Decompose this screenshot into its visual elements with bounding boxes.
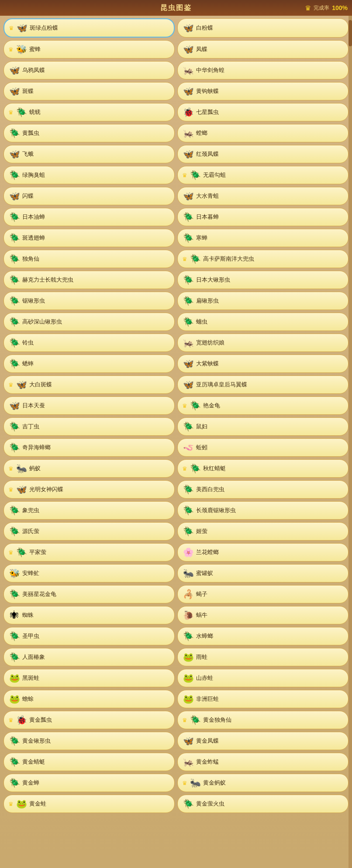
insect-card[interactable]: ♛🐞黄金瓢虫 xyxy=(3,711,175,729)
insect-card[interactable]: 🌸兰花螳螂 xyxy=(177,543,349,561)
insect-icon: 🌸 xyxy=(182,546,194,558)
insect-card[interactable]: 🐜蜜罐蚁 xyxy=(177,564,349,582)
insect-card[interactable]: 🪲日本油蝉 xyxy=(3,208,175,226)
insect-name: 蜜罐蚁 xyxy=(196,569,344,577)
insect-card[interactable]: 🪲日本大锹形虫 xyxy=(177,271,349,289)
insect-card[interactable]: 🦗中华剑角蝗 xyxy=(177,61,349,79)
insect-card[interactable]: 🪲独角仙 xyxy=(3,250,175,268)
insect-card[interactable]: 🦋斑蝶 xyxy=(3,82,175,100)
insect-card[interactable]: 🐸雨蛙 xyxy=(177,648,349,666)
insect-card[interactable]: 🪲黄金锹形虫 xyxy=(3,732,175,750)
insect-card[interactable]: 🐌蜗牛 xyxy=(177,606,349,624)
insect-card[interactable]: 🦗黄金蚱蜢 xyxy=(177,753,349,771)
insect-name: 闪蝶 xyxy=(22,192,170,200)
insect-card[interactable]: 🪲扁锹形虫 xyxy=(177,292,349,310)
insect-name: 七星瓢虫 xyxy=(196,108,344,116)
insect-card[interactable]: 🪲黄金萤火虫 xyxy=(177,795,349,813)
insect-card[interactable]: 🪲绿胸臭蛆 xyxy=(3,166,175,184)
insect-card[interactable]: 🪲锯锹形虫 xyxy=(3,292,175,310)
insect-icon: 🪲 xyxy=(8,169,21,181)
insect-card[interactable]: 🪲姬萤 xyxy=(177,522,349,541)
insect-card[interactable]: 🦋日本天蚕 xyxy=(3,396,175,415)
insect-name: 长颈鹿锯锹形虫 xyxy=(196,506,344,514)
insect-card[interactable]: ♛🪲平家萤 xyxy=(3,543,175,561)
insect-card[interactable]: 🪱蚯蚓 xyxy=(177,438,349,457)
insect-name: 黄金蚱蜢 xyxy=(196,758,344,766)
insect-card[interactable]: ♛🪲黄金独角仙 xyxy=(177,711,349,729)
scrollbar[interactable] xyxy=(349,16,352,868)
insect-card[interactable]: 🦋红颈凤蝶 xyxy=(177,145,349,163)
insect-card[interactable]: ♛🪲蜣蜣 xyxy=(3,103,175,121)
insect-card[interactable]: ♛🦋光明女神闪蝶 xyxy=(3,480,175,499)
insect-card[interactable]: 🦋乌鸦凤蝶 xyxy=(3,61,175,79)
insect-card[interactable]: 🪲圣甲虫 xyxy=(3,627,175,645)
insect-card[interactable]: 🦗宽翅纺织娘 xyxy=(177,334,349,352)
insect-card[interactable]: ♛🐜黄金蚂蚁 xyxy=(177,774,349,792)
insect-card[interactable]: ♛🪲高卡萨斯南洋大兜虫 xyxy=(177,250,349,268)
insect-card[interactable]: 🪲铃虫 xyxy=(3,334,175,352)
insect-card[interactable]: 🪲象兜虫 xyxy=(3,501,175,520)
insect-name: 吉丁虫 xyxy=(22,423,170,431)
insect-card[interactable]: 🐝安蜂虻 xyxy=(3,564,175,582)
insect-card[interactable]: 🪲赫克力士长戟大兜虫 xyxy=(3,271,175,289)
insect-card[interactable]: ♛🦋大白斑蝶 xyxy=(3,375,175,394)
insect-card[interactable]: 🐸黑斑蛙 xyxy=(3,669,175,687)
crown-badge: ♛ xyxy=(8,486,14,493)
insect-card[interactable]: 🪲长颈鹿锯锹形虫 xyxy=(177,501,349,520)
insect-card[interactable]: 🪲美丽星花金龟 xyxy=(3,585,175,603)
insect-card[interactable]: ♛🪲无霸勾蛆 xyxy=(177,166,349,184)
insect-card[interactable]: 🪲人面椿象 xyxy=(3,648,175,666)
insect-name: 黄金蛙 xyxy=(29,800,170,808)
insect-card[interactable]: 🦋飞蛾 xyxy=(3,145,175,163)
insect-card[interactable]: 🐸蟾蜍 xyxy=(3,690,175,708)
insect-card[interactable]: 🦋闪蝶 xyxy=(3,187,175,205)
insect-card[interactable]: 🪲鼠妇 xyxy=(177,417,349,436)
insect-name: 兰花螳螂 xyxy=(196,548,344,556)
insect-card[interactable]: 🦋黄钩蛱蝶 xyxy=(177,82,349,100)
insect-card[interactable]: 🐸山赤蛙 xyxy=(177,669,349,687)
insect-card[interactable]: 🪲寒蝉 xyxy=(177,229,349,247)
crown-badge: ♛ xyxy=(9,25,14,31)
insect-icon: 🦋 xyxy=(8,190,21,202)
insect-card[interactable]: 🦋白粉蝶 xyxy=(177,18,349,38)
insect-name: 蟾蜍 xyxy=(22,695,170,703)
insect-card[interactable]: 🐸非洲巨蛙 xyxy=(177,690,349,708)
insect-card[interactable]: 🪲斑透翅蝉 xyxy=(3,229,175,247)
insect-card[interactable]: 🪲蟋蟀 xyxy=(3,355,175,373)
insect-card[interactable]: ♛🐝蜜蜂 xyxy=(3,40,175,59)
insect-card[interactable]: 🦋黄金凤蝶 xyxy=(177,732,349,750)
crown-badge: ♛ xyxy=(8,382,14,388)
insect-card[interactable]: 🐞七星瓢虫 xyxy=(177,103,349,121)
insect-card[interactable]: 🪲蟪虫 xyxy=(177,313,349,331)
insect-card[interactable]: 🕷蜘蛛 xyxy=(3,606,175,624)
insect-card[interactable]: 🪲黄金蜻蜓 xyxy=(3,753,175,771)
insect-card[interactable]: 🪲黄瓢虫 xyxy=(3,124,175,142)
insect-card[interactable]: 🦂蝎子 xyxy=(177,585,349,603)
scrollbar-thumb[interactable] xyxy=(349,20,352,46)
insect-card[interactable]: 🪲黄金蝉 xyxy=(3,774,175,792)
insect-card[interactable]: 🪲高砂深山锹形虫 xyxy=(3,313,175,331)
insect-card[interactable]: ♛🦋斑绿点粉蝶 xyxy=(3,18,175,38)
insect-card[interactable]: ♛🪲秋红蜻蜓 xyxy=(177,459,349,478)
insect-card[interactable]: 🪲源氏萤 xyxy=(3,522,175,541)
insect-icon: 🐜 xyxy=(15,462,28,475)
insect-card[interactable]: 🪲日本暮蝉 xyxy=(177,208,349,226)
insect-icon: 🐸 xyxy=(182,672,194,684)
insect-card[interactable]: 🦋亚历璃卓皇后马翼蝶 xyxy=(177,375,349,394)
insect-card[interactable]: 🪲吉丁虫 xyxy=(3,417,175,436)
insect-card[interactable]: 🪲奇异海蟑螂 xyxy=(3,438,175,457)
insect-name: 黑斑蛙 xyxy=(22,674,170,682)
insect-card[interactable]: 🦗螳螂 xyxy=(177,124,349,142)
insect-card[interactable]: 🪲美西白兜虫 xyxy=(177,480,349,499)
insect-card[interactable]: 🪲水蟑螂 xyxy=(177,627,349,645)
insect-card[interactable]: ♛🪲艳金龟 xyxy=(177,396,349,415)
insect-card[interactable]: ♛🐸黄金蛙 xyxy=(3,795,175,813)
insect-card[interactable]: 🦋大紫蛱蝶 xyxy=(177,355,349,373)
insect-icon: 🦋 xyxy=(182,43,194,55)
insect-card[interactable]: 🦋凤蝶 xyxy=(177,40,349,59)
insect-card[interactable]: 🦋大水青蛆 xyxy=(177,187,349,205)
insect-name: 美西白兜虫 xyxy=(196,486,344,493)
insect-card[interactable]: ♛🐜蚂蚁 xyxy=(3,459,175,478)
insect-name: 蜜蜂 xyxy=(29,45,170,53)
insect-icon: 🦋 xyxy=(182,85,194,97)
